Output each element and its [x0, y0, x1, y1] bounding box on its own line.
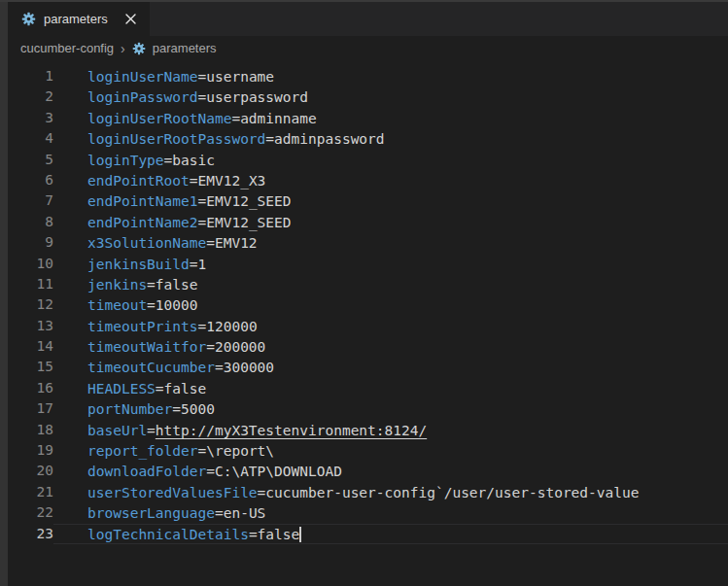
- property-key: portNumber: [87, 401, 172, 417]
- property-value: username: [206, 69, 274, 85]
- line-content: report_folder=\report\: [53, 440, 728, 461]
- code-line[interactable]: 19report_folder=\report\: [8, 440, 728, 461]
- code-line[interactable]: 8endPointName2=EMV12_SEED: [8, 212, 728, 232]
- line-number: 4: [8, 128, 53, 149]
- code-line[interactable]: 11jenkins=false: [8, 274, 728, 294]
- property-value: \report\: [206, 443, 274, 459]
- code-line[interactable]: 3loginUserRootName=adminname: [8, 108, 728, 128]
- code-line[interactable]: 12timeout=10000: [8, 294, 728, 315]
- equals-sign: =: [198, 193, 207, 209]
- tab-bar: parameters: [8, 2, 728, 36]
- equals-sign: =: [265, 131, 274, 147]
- line-content: timeoutPrints=120000: [53, 316, 728, 336]
- property-value: 10000: [156, 297, 198, 313]
- property-key: loginPassword: [87, 89, 198, 105]
- line-content: jenkinsBuild=1: [53, 254, 728, 274]
- property-value: EMV12_X3: [198, 173, 266, 189]
- property-value: 1: [198, 257, 207, 272]
- code-line[interactable]: 10jenkinsBuild=1: [8, 254, 728, 274]
- property-value: cucumber-user-config`/user/user-stored-v…: [265, 485, 639, 500]
- code-line[interactable]: 6endPointRoot=EMV12_X3: [8, 170, 728, 190]
- property-key: report_folder: [87, 443, 198, 459]
- property-key: timeout: [87, 297, 147, 313]
- equals-sign: =: [215, 360, 224, 375]
- code-line[interactable]: 16HEADLESS=false: [8, 378, 728, 398]
- line-content: timeout=10000: [53, 294, 728, 315]
- line-number: 6: [8, 170, 53, 190]
- equals-sign: =: [231, 111, 240, 126]
- equals-sign: =: [156, 381, 164, 396]
- property-value: C:\ATP\DOWNLOAD: [215, 464, 342, 479]
- code-line[interactable]: 2loginPassword=userpassword: [8, 86, 728, 107]
- property-value: false: [258, 527, 300, 542]
- code-lines: 1loginUserName=username2loginPassword=us…: [8, 66, 728, 544]
- breadcrumb-item-file[interactable]: parameters: [153, 41, 217, 55]
- window-left-edge: [0, 2, 8, 586]
- code-line[interactable]: 21userStoredValuesFile=cucumber-user-con…: [8, 482, 728, 502]
- line-number: 22: [8, 502, 53, 523]
- code-line[interactable]: 18baseUrl=http://myX3Testenvironment:812…: [8, 420, 728, 440]
- code-line[interactable]: 4loginUserRootPassword=adminpassword: [8, 128, 728, 149]
- code-line[interactable]: 23logTechnicalDetails=false: [8, 524, 728, 544]
- code-line[interactable]: 15timeoutCucumber=300000: [8, 357, 728, 377]
- property-key: loginUserName: [87, 69, 198, 85]
- property-value: false: [164, 381, 207, 396]
- line-content: logTechnicalDetails=false: [53, 524, 728, 544]
- equals-sign: =: [206, 339, 215, 355]
- equals-sign: =: [198, 319, 207, 334]
- line-number: 7: [8, 190, 53, 211]
- line-number: 23: [8, 524, 53, 544]
- line-content: loginUserName=username: [53, 66, 728, 86]
- line-number: 5: [8, 150, 53, 170]
- equals-sign: =: [198, 443, 207, 459]
- line-content: loginUserRootName=adminname: [53, 108, 728, 128]
- line-number: 3: [8, 108, 53, 128]
- breadcrumb-item-folder[interactable]: cucumber-config: [20, 41, 114, 55]
- code-line[interactable]: 14timeoutWaitfor=200000: [8, 336, 728, 357]
- text-cursor: [299, 527, 301, 542]
- tab-parameters[interactable]: parameters: [8, 2, 150, 36]
- property-value: EMV12_SEED: [206, 193, 291, 209]
- code-line[interactable]: 13timeoutPrints=120000: [8, 316, 728, 336]
- property-key: endPointName2: [87, 215, 198, 230]
- equals-sign: =: [164, 153, 173, 168]
- property-key: loginType: [87, 153, 164, 168]
- line-content: loginUserRootPassword=adminpassword: [53, 128, 728, 149]
- property-key: endPointRoot: [87, 173, 190, 189]
- code-line[interactable]: 7endPointName1=EMV12_SEED: [8, 190, 728, 211]
- code-line[interactable]: 5loginType=basic: [8, 150, 728, 170]
- property-key: x3SolutionName: [87, 235, 206, 251]
- property-value: EMV12_SEED: [206, 215, 291, 230]
- code-line[interactable]: 9x3SolutionName=EMV12: [8, 232, 728, 253]
- line-number: 15: [8, 357, 53, 377]
- code-line[interactable]: 22browserLanguage=en-US: [8, 502, 728, 523]
- line-content: endPointName2=EMV12_SEED: [53, 212, 728, 232]
- property-key: HEADLESS: [87, 381, 156, 396]
- code-line[interactable]: 20downloadFolder=C:\ATP\DOWNLOAD: [8, 461, 728, 481]
- property-key: jenkins: [87, 277, 147, 293]
- equals-sign: =: [147, 297, 156, 313]
- breadcrumb: cucumber-config › parameters: [8, 36, 728, 60]
- property-value-link[interactable]: http://myX3Testenvironment:8124/: [156, 423, 427, 438]
- line-number: 2: [8, 86, 53, 107]
- equals-sign: =: [198, 89, 207, 105]
- property-value: 5000: [181, 401, 215, 417]
- close-icon[interactable]: [121, 10, 140, 29]
- line-content: endPointRoot=EMV12_X3: [53, 170, 728, 190]
- chevron-right-icon: ›: [121, 42, 125, 55]
- line-number: 11: [8, 274, 53, 294]
- property-key: loginUserRootName: [87, 111, 231, 126]
- code-line[interactable]: 1loginUserName=username: [8, 66, 728, 86]
- property-value: false: [156, 277, 198, 293]
- code-line[interactable]: 17portNumber=5000: [8, 398, 728, 419]
- line-content: x3SolutionName=EMV12: [53, 232, 728, 253]
- equals-sign: =: [147, 277, 156, 293]
- equals-sign: =: [198, 215, 207, 230]
- property-value: adminname: [240, 111, 317, 126]
- property-key: browserLanguage: [87, 505, 215, 521]
- property-key: downloadFolder: [87, 464, 206, 479]
- line-number: 10: [8, 254, 53, 274]
- line-content: downloadFolder=C:\ATP\DOWNLOAD: [53, 461, 728, 481]
- equals-sign: =: [190, 173, 198, 189]
- code-editor[interactable]: 1loginUserName=username2loginPassword=us…: [8, 60, 728, 544]
